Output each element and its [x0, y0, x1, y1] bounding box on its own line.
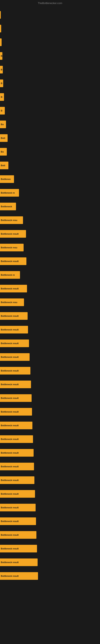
bar-item: Bottleneck: [0, 203, 16, 210]
bar-label: Bottleneck re: [1, 192, 15, 194]
bar-item: Bottleneck resu: [0, 298, 24, 306]
bar-row: B: [0, 63, 100, 76]
bar-label: Bottleneck result: [1, 383, 19, 386]
bar-row: Bo: [0, 145, 100, 158]
bar-row: Bottleneck: [0, 200, 100, 213]
bar-row: Bott: [0, 158, 100, 172]
bar-item: B: [0, 80, 3, 87]
bar-item: Bottleneck result: [0, 394, 32, 402]
bar-label: Bottleneck result: [1, 534, 19, 536]
bar-label: Bottleneck: [1, 205, 12, 208]
bar-row: Bottleneck result: [0, 418, 100, 432]
bar-label: B: [1, 110, 2, 112]
bar-label: Bottleneck result: [1, 397, 19, 399]
bar-label: Bott: [1, 137, 5, 139]
bar-label: Bottleneck resu: [1, 301, 17, 304]
bar-label: Bo: [1, 150, 4, 153]
bar-row: Bottleneck result: [0, 542, 100, 556]
bar-item: B: [0, 107, 5, 114]
bar-row: [0, 22, 100, 36]
bar-item: Bottleneck result: [0, 380, 31, 388]
bar-item: B: [0, 66, 3, 74]
bar-label: B: [1, 68, 2, 71]
bar-item: Bo: [0, 148, 7, 156]
bar-row: Bottleneck result: [0, 501, 100, 514]
bar-label: Bottleneck result: [1, 479, 19, 482]
bar-row: Bottleneck re: [0, 186, 100, 200]
bar-label: Bottleneck result: [1, 575, 19, 577]
bar-item: Bottleneck result: [0, 572, 38, 580]
bar-row: Bottleneck result: [0, 405, 100, 418]
bar-label: Bottleneck result: [1, 356, 19, 358]
bar-row: B: [0, 49, 100, 63]
bar-row: Bottleneck re: [0, 268, 100, 282]
bar-row: Bottleneck resu: [0, 296, 100, 309]
bar-item: Bottlenec: [0, 175, 14, 183]
bar-item: Bottleneck resu: [0, 216, 23, 224]
bar-label: Bottleneck result: [1, 328, 19, 331]
bar-label: Bottleneck result: [1, 424, 19, 427]
bar-item: Bottleneck result: [0, 476, 34, 484]
bar-item: Bott: [0, 134, 8, 142]
bar-row: B: [0, 76, 100, 90]
bar-label: Bottlenec: [1, 178, 11, 180]
bar-row: Bottleneck result: [0, 473, 100, 487]
bar-label: Bottleneck result: [1, 548, 19, 550]
bar-label: B: [1, 96, 2, 98]
bar-label: Bo: [1, 123, 4, 126]
bar-item: Bottleneck result: [0, 285, 27, 292]
bar-label: B: [1, 82, 2, 84]
bar-item: Bottleneck result: [0, 340, 29, 347]
bar-row: Bottleneck result: [0, 487, 100, 501]
bar-row: Bottleneck result: [0, 432, 100, 446]
bar-row: Bottleneck result: [0, 364, 100, 378]
bar-item: Bottleneck result: [0, 558, 38, 566]
bar-row: B: [0, 104, 100, 118]
bar-item: Bottleneck result: [0, 545, 37, 552]
bar-item: Bottleneck result: [0, 353, 30, 361]
bar-row: Bottleneck result: [0, 528, 100, 542]
bar-row: Bottlenec: [0, 172, 100, 186]
bar-label: Bottleneck resu: [1, 219, 17, 222]
bar-item: Bottleneck result: [0, 518, 36, 525]
bar-label: Bottleneck result: [1, 452, 19, 454]
bar-label: Bottleneck result: [1, 342, 19, 344]
bar-item: B: [0, 52, 2, 60]
bar-label: Bottleneck resu: [1, 246, 17, 249]
bar-row: Bottleneck result: [0, 282, 100, 296]
bar-row: Bottleneck result: [0, 460, 100, 473]
bar-row: Bottleneck result: [0, 309, 100, 323]
bar-label: Bottleneck result: [1, 370, 19, 372]
bar-item: [0, 38, 1, 46]
bar-item: Bottleneck result: [0, 230, 26, 238]
bar-row: [0, 8, 100, 22]
bar-label: Bottleneck result: [1, 233, 19, 235]
bar-row: Bottleneck result: [0, 556, 100, 569]
bar-row: Bottleneck result: [0, 378, 100, 391]
bars-container: BBBBBBoBottBoBottBottlenecBottleneck reB…: [0, 8, 100, 583]
bar-row: Bottleneck result: [0, 514, 100, 528]
bar-item: Bottleneck result: [0, 504, 36, 512]
bar-row: Bottleneck result: [0, 227, 100, 241]
bar-label: Bottleneck result: [1, 260, 19, 262]
bar-label: Bottleneck result: [1, 288, 19, 290]
bar-item: Bottleneck result: [0, 312, 28, 320]
bar-row: Bottleneck result: [0, 336, 100, 350]
bar-item: Bottleneck re: [0, 189, 19, 196]
bar-row: Bottleneck resu: [0, 213, 100, 227]
bar-item: B: [0, 93, 4, 101]
bar-label: Bott: [1, 164, 5, 167]
bar-row: Bottleneck result: [0, 446, 100, 460]
bar-row: Bottleneck result: [0, 323, 100, 336]
bar-label: Bottleneck re: [1, 274, 15, 276]
bar-row: Bottleneck result: [0, 569, 100, 583]
bar-item: Bottleneck result: [0, 463, 34, 470]
bar-row: Bottleneck resu: [0, 241, 100, 254]
bar-label: Bottleneck result: [1, 315, 19, 317]
bar-row: B: [0, 90, 100, 104]
bar-label: Bottleneck result: [1, 520, 19, 522]
bar-label: Bottleneck result: [1, 493, 19, 495]
bar-item: Bo: [0, 120, 6, 128]
bar-item: [0, 25, 1, 32]
bar-item: Bottleneck result: [0, 422, 32, 429]
